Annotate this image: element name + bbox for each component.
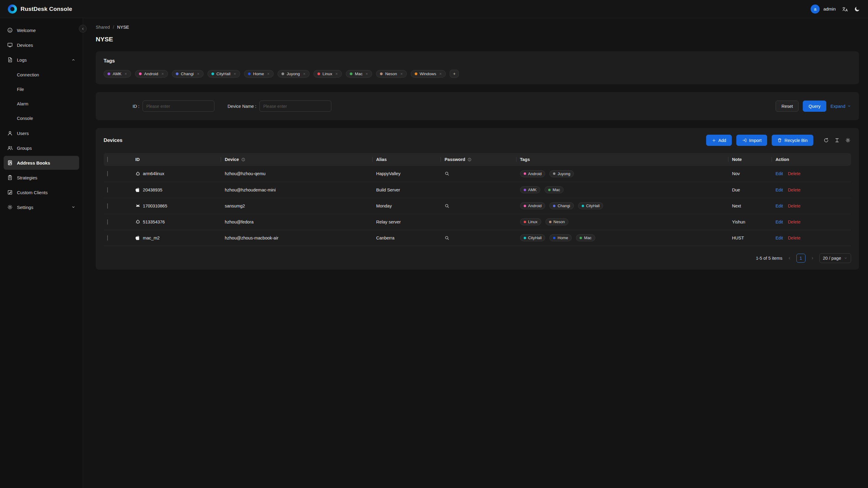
previous-page-chevron-left-icon[interactable]: [787, 256, 792, 260]
sidebar-item-groups[interactable]: Groups: [4, 141, 79, 155]
tag-chip-mac[interactable]: Mac: [346, 70, 372, 78]
close-icon[interactable]: [267, 72, 270, 75]
devices-table: ID Device Alias Password Tags Note Actio…: [103, 153, 851, 246]
breadcrumb-shared[interactable]: Shared: [96, 25, 110, 30]
device-note: HUST: [732, 236, 744, 240]
row-tag: Mac: [545, 186, 564, 193]
close-icon[interactable]: [439, 72, 442, 75]
close-icon[interactable]: [303, 72, 306, 75]
reveal-password-search-icon[interactable]: [444, 171, 513, 176]
tag-chip-amk[interactable]: AMK: [103, 70, 131, 78]
row-checkbox[interactable]: [107, 203, 108, 209]
info-icon[interactable]: [241, 158, 245, 161]
row-checkbox[interactable]: [107, 171, 108, 176]
device-id: arm64linux: [143, 171, 164, 176]
page-number-button[interactable]: 1: [797, 254, 805, 263]
reveal-password-search-icon[interactable]: [444, 236, 513, 240]
select-all-checkbox[interactable]: [107, 157, 108, 162]
sidebar-item-settings[interactable]: Settings: [4, 200, 79, 214]
row-tag: Mac: [576, 234, 595, 241]
rustdesk-logo-icon: [8, 4, 17, 13]
sidebar-item-connection[interactable]: Connection: [4, 68, 79, 82]
edit-link[interactable]: Edit: [776, 204, 783, 208]
sidebar-item-address-books[interactable]: Address Books: [4, 156, 79, 170]
chevron-up-icon: [71, 58, 75, 62]
import-button[interactable]: Import: [736, 135, 767, 146]
close-icon[interactable]: [197, 72, 199, 75]
device-name: sansumg2: [225, 204, 245, 208]
tag-chip-linux[interactable]: Linux: [313, 70, 342, 78]
next-page-chevron-right-icon[interactable]: [810, 256, 814, 260]
page-size-select[interactable]: 20 / page: [819, 253, 851, 263]
device-id: 20438935: [143, 187, 162, 192]
language-icon[interactable]: [842, 6, 848, 12]
expand-link[interactable]: Expand: [831, 104, 851, 109]
tag-color-dot: [553, 237, 555, 239]
device-name-label: Device Name :: [228, 104, 256, 109]
sidebar-item-console[interactable]: Console: [4, 111, 79, 125]
reveal-password-search-icon[interactable]: [444, 204, 513, 208]
row-tag: Android: [520, 202, 546, 209]
table-row: 20438935 hzhou@hzhoudemac-mini Build Ser…: [103, 182, 851, 198]
sidebar-item-alarm[interactable]: Alarm: [4, 97, 79, 111]
close-icon[interactable]: [366, 72, 368, 75]
tag-chip-neson[interactable]: Neson: [376, 70, 406, 78]
tag-color-dot: [248, 72, 251, 75]
avatar[interactable]: a: [811, 4, 820, 13]
user-name[interactable]: admin: [823, 6, 836, 11]
tag-chip-cityhall[interactable]: CityHall: [208, 70, 240, 78]
edit-link[interactable]: Edit: [776, 187, 783, 192]
chevron-down-icon: [847, 104, 851, 108]
sidebar-item-logs[interactable]: Logs: [4, 53, 79, 67]
device-name-input[interactable]: [259, 100, 331, 112]
add-button[interactable]: Add: [706, 135, 732, 146]
edit-link[interactable]: Edit: [776, 171, 783, 176]
reset-button[interactable]: Reset: [776, 100, 799, 112]
sidebar-item-file[interactable]: File: [4, 82, 79, 96]
close-icon[interactable]: [335, 72, 338, 75]
clipboard-icon: [7, 175, 13, 180]
query-button[interactable]: Query: [803, 100, 826, 112]
row-checkbox[interactable]: [107, 187, 108, 193]
add-tag-button[interactable]: +: [450, 70, 459, 78]
close-icon[interactable]: [161, 72, 164, 75]
avatar-initial: a: [814, 7, 816, 11]
edit-link[interactable]: Edit: [776, 236, 783, 240]
sidebar-collapse-button[interactable]: [79, 25, 87, 33]
close-icon[interactable]: [234, 72, 236, 75]
tag-color-dot: [524, 205, 526, 207]
sidebar-item-users[interactable]: Users: [4, 126, 79, 140]
tag-chip-android[interactable]: Android: [135, 70, 168, 78]
recycle-bin-button[interactable]: Recycle Bin: [772, 135, 813, 146]
column-height-icon[interactable]: [834, 137, 840, 144]
tag-chip-juyong[interactable]: Juyong: [278, 70, 310, 78]
delete-link[interactable]: Delete: [788, 236, 801, 240]
device-alias: Build Server: [376, 187, 400, 192]
dark-mode-toggle-moon-icon[interactable]: [855, 6, 860, 12]
tag-chip-changi[interactable]: Changi: [172, 70, 204, 78]
edit-link[interactable]: Edit: [776, 219, 783, 224]
refresh-icon[interactable]: [823, 137, 829, 144]
table-settings-gear-icon[interactable]: [845, 137, 851, 144]
sidebar-item-welcome[interactable]: Welcome: [4, 23, 79, 37]
tag-chip-windows[interactable]: Windows: [411, 70, 446, 78]
device-name: hzhou@hzhoudemac-mini: [225, 187, 276, 192]
id-input[interactable]: [143, 100, 214, 112]
sidebar-item-devices[interactable]: Devices: [4, 38, 79, 52]
sidebar-item-strategies[interactable]: Strategies: [4, 171, 79, 184]
info-icon[interactable]: [467, 158, 471, 161]
delete-link[interactable]: Delete: [788, 187, 801, 192]
close-icon[interactable]: [400, 72, 403, 75]
delete-link[interactable]: Delete: [788, 171, 801, 176]
delete-link[interactable]: Delete: [788, 219, 801, 224]
close-icon[interactable]: [124, 72, 127, 75]
sidebar-item-custom-clients[interactable]: Custom Clients: [4, 185, 79, 199]
tags-chip-row: AMK Android Changi CityHall Home Juyong …: [103, 70, 851, 78]
row-checkbox[interactable]: [107, 235, 108, 241]
tag-chip-home[interactable]: Home: [244, 70, 274, 78]
tag-color-dot: [553, 173, 555, 175]
row-checkbox[interactable]: [107, 219, 108, 225]
column-header-password: Password: [444, 157, 465, 162]
delete-link[interactable]: Delete: [788, 204, 801, 208]
android-icon: [135, 203, 141, 208]
